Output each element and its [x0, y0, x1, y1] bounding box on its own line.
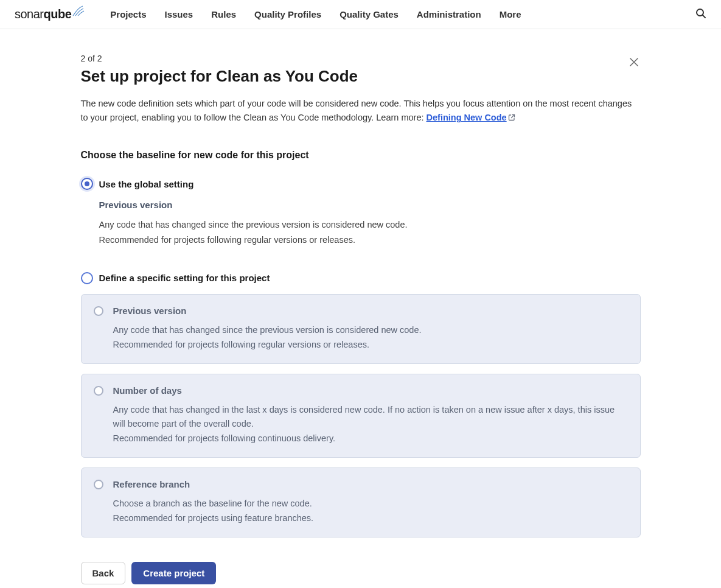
- nav-item-administration[interactable]: Administration: [417, 9, 481, 19]
- description: The new code definition sets which part …: [81, 97, 641, 125]
- step-indicator: 2 of 2: [81, 54, 641, 63]
- top-nav: sonarqube Projects Issues Rules Quality …: [0, 0, 721, 29]
- nav-item-quality-gates[interactable]: Quality Gates: [340, 9, 399, 19]
- radio-specific[interactable]: [81, 272, 93, 284]
- radio-global-label: Use the global setting: [99, 179, 194, 189]
- global-detail: Previous version Any code that has chang…: [99, 200, 641, 247]
- card-previous-version[interactable]: Previous version Any code that has chang…: [81, 294, 641, 364]
- main-content: 2 of 2 Set up project for Clean as You C…: [69, 29, 653, 588]
- nav-items: Projects Issues Rules Quality Profiles Q…: [110, 9, 695, 19]
- logo[interactable]: sonarqube: [15, 7, 86, 21]
- card-line: Choose a branch as the baseline for the …: [113, 497, 628, 511]
- specific-setting-option: Define a specific setting for this proje…: [81, 272, 641, 537]
- global-detail-line1: Any code that has changed since the prev…: [99, 217, 641, 233]
- card-title: Number of days: [113, 385, 628, 396]
- card-radio-reference-branch[interactable]: [94, 480, 103, 489]
- card-line: Recommended for projects using feature b…: [113, 511, 628, 526]
- card-line: Recommended for projects following conti…: [113, 432, 628, 446]
- global-setting-option: Use the global setting Previous version …: [81, 178, 641, 247]
- back-button[interactable]: Back: [81, 562, 126, 584]
- card-radio-number-of-days[interactable]: [94, 386, 103, 396]
- card-line: Any code that has changed since the prev…: [113, 323, 628, 338]
- svg-line-1: [703, 15, 705, 18]
- card-line: Any code that has changed in the last x …: [113, 403, 628, 432]
- global-detail-line2: Recommended for projects following regul…: [99, 233, 641, 248]
- nav-item-quality-profiles[interactable]: Quality Profiles: [254, 9, 321, 19]
- nav-item-projects[interactable]: Projects: [110, 9, 146, 19]
- logo-wave-icon: [72, 5, 86, 19]
- radio-specific-label: Define a specific setting for this proje…: [99, 273, 270, 283]
- create-project-button[interactable]: Create project: [131, 562, 216, 584]
- card-title: Previous version: [113, 306, 628, 316]
- nav-item-rules[interactable]: Rules: [211, 9, 236, 19]
- radio-specific-row[interactable]: Define a specific setting for this proje…: [81, 272, 641, 284]
- close-icon: [630, 55, 638, 69]
- close-button[interactable]: [627, 54, 641, 71]
- baseline-subheading: Choose the baseline for new code for thi…: [81, 150, 641, 161]
- defining-new-code-link[interactable]: Defining New Code: [427, 113, 515, 122]
- footer-actions: Back Create project: [81, 562, 641, 584]
- card-reference-branch[interactable]: Reference branch Choose a branch as the …: [81, 467, 641, 537]
- global-detail-title: Previous version: [99, 200, 641, 210]
- radio-global-row[interactable]: Use the global setting: [81, 178, 641, 190]
- radio-global[interactable]: [81, 178, 93, 190]
- search-icon[interactable]: [695, 8, 706, 21]
- external-link-icon: [508, 111, 515, 125]
- card-radio-previous-version[interactable]: [94, 306, 103, 316]
- page-title: Set up project for Clean as You Code: [81, 67, 641, 86]
- logo-text: sonarqube: [15, 7, 71, 21]
- card-title: Reference branch: [113, 479, 628, 489]
- card-line: Recommended for projects following regul…: [113, 338, 628, 352]
- nav-item-more[interactable]: More: [500, 9, 521, 19]
- card-number-of-days[interactable]: Number of days Any code that has changed…: [81, 374, 641, 458]
- nav-item-issues[interactable]: Issues: [165, 9, 193, 19]
